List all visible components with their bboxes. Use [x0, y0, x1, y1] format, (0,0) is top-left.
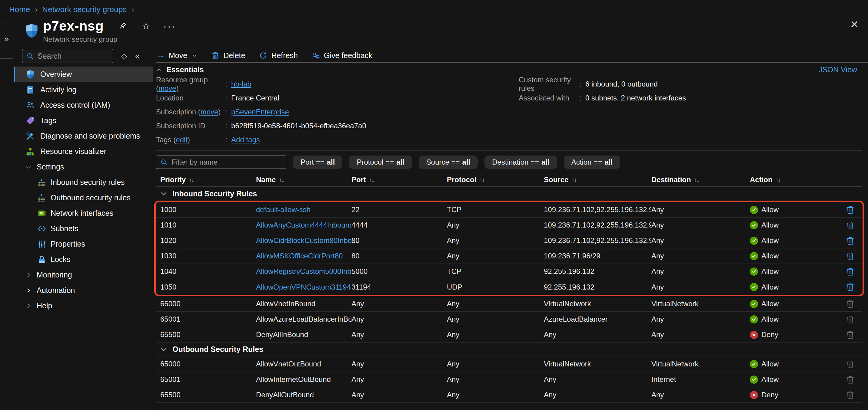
- column-header-action[interactable]: Action↑↓: [750, 175, 826, 184]
- collapse-menu-icon[interactable]: «: [135, 52, 140, 61]
- section-header-inbound-security-rules[interactable]: Inbound Security Rules: [156, 187, 862, 201]
- delete-rule-icon[interactable]: [845, 267, 855, 276]
- delete-rule-icon: [845, 330, 855, 340]
- breadcrumb-link-network-security-groups[interactable]: Network security groups: [42, 5, 127, 14]
- delete-rule-icon[interactable]: [845, 220, 855, 230]
- action-label: Allow: [762, 236, 779, 245]
- rule-row-denyallinbound: 65500DenyAllInBoundAnyAnyAnyAnyDeny: [156, 327, 862, 343]
- chevron-down-icon: [160, 346, 167, 353]
- sidebar-item-inbound-security-rules[interactable]: Inbound security rules: [13, 175, 153, 190]
- essentials-value-custom-security-rules: 6 inbound, 0 outbound: [585, 80, 658, 88]
- breadcrumb-separator-icon: ›: [131, 5, 134, 14]
- sidebar-item-outbound-security-rules[interactable]: Outbound security rules: [13, 190, 153, 205]
- cell-priority: 65001: [160, 315, 256, 323]
- cell-priority: 65500: [160, 390, 256, 399]
- delete-rule-icon[interactable]: [845, 251, 855, 261]
- cell-protocol: Any: [447, 390, 544, 399]
- column-label: Protocol: [447, 175, 476, 184]
- column-header-port[interactable]: Port↑↓: [351, 175, 447, 184]
- sidebar-item-automation[interactable]: Automation: [13, 283, 153, 298]
- toolbar-give-feedback-button[interactable]: Give feedback: [312, 51, 372, 60]
- rule-name-link[interactable]: AllowAnyCustom4444Inbound: [256, 221, 351, 229]
- filter-pill-protocol[interactable]: Protocol ==all: [349, 156, 412, 169]
- rule-name-link[interactable]: AllowMSKOfficeCidrPort80: [256, 252, 351, 260]
- section-header-outbound-security-rules[interactable]: Outbound Security Rules: [156, 343, 862, 356]
- toolbar-refresh-button[interactable]: Refresh: [259, 51, 298, 60]
- delete-rule-icon[interactable]: [845, 236, 855, 245]
- rule-name-link[interactable]: default-allow-ssh: [256, 205, 351, 214]
- main-area: ◇ « OverviewActivity logAccess control (…: [13, 48, 868, 410]
- sidebar-item-network-interfaces[interactable]: Network interfaces: [13, 205, 153, 221]
- sidebar-item-overview[interactable]: Overview: [13, 67, 153, 82]
- favorite-star-icon[interactable]: ☆: [141, 21, 151, 31]
- action-label: Allow: [762, 267, 779, 276]
- sidebar-item-properties[interactable]: Properties: [13, 236, 153, 252]
- column-header-destination[interactable]: Destination↑↓: [651, 175, 750, 184]
- cell-delete: [840, 282, 862, 292]
- column-header-priority[interactable]: Priority↑↓: [160, 175, 256, 184]
- chevron-right-icon: [25, 272, 32, 278]
- close-blade-icon[interactable]: ×: [850, 18, 858, 31]
- delete-rule-icon[interactable]: [845, 282, 855, 292]
- essentials-value-subscription[interactable]: pSevenEnterprise: [231, 108, 289, 116]
- delete-rule-icon[interactable]: [845, 205, 855, 214]
- dock-icon[interactable]: ◇: [121, 52, 127, 61]
- column-header-protocol[interactable]: Protocol↑↓: [447, 175, 544, 184]
- breadcrumb-link-home[interactable]: Home: [9, 5, 30, 14]
- filter-pill-action[interactable]: Action ==all: [564, 156, 620, 169]
- chevron-down-icon: [160, 190, 167, 198]
- cell-priority: 1040: [160, 267, 256, 276]
- sidebar-item-monitoring[interactable]: Monitoring: [13, 267, 153, 283]
- search-icon: [160, 158, 168, 166]
- more-options-icon[interactable]: ···: [165, 21, 175, 31]
- filter-pill-port[interactable]: Port ==all: [293, 156, 342, 169]
- essentials-row-location: Location:France Central: [156, 91, 519, 105]
- filter-by-name-input[interactable]: [171, 158, 282, 167]
- essentials-right-column: Custom security rules:6 inbound, 0 outbo…: [519, 77, 686, 147]
- cell-delete: [840, 267, 862, 276]
- toolbar-move-button[interactable]: →Move: [157, 51, 197, 60]
- sidebar-item-activity-log[interactable]: Activity log: [13, 82, 153, 97]
- allow-status-icon: [750, 315, 758, 323]
- rule-name-link[interactable]: AllowCidrBlockCustom80Inbound: [256, 236, 351, 245]
- filter-pill-source[interactable]: Source ==all: [419, 156, 478, 169]
- pin-icon[interactable]: [118, 21, 127, 31]
- json-view-link[interactable]: JSON View: [818, 65, 857, 74]
- essentials-value-resource-group[interactable]: hb-lab: [231, 80, 251, 88]
- cell-source: 109.236.71.96/29: [544, 252, 651, 260]
- sidebar-item-resource-visualizer[interactable]: Resource visualizer: [13, 144, 153, 159]
- pill-field: Source ==: [426, 158, 460, 166]
- column-label: Port: [351, 175, 366, 184]
- essentials-value-tags[interactable]: Add tags: [231, 136, 260, 144]
- cell-source: 109.236.71.102,92.255.196.132,9…: [544, 205, 651, 214]
- cell-port: 80: [351, 236, 447, 245]
- essentials-value-subscription-id: b628f519-0e58-4601-b054-efbea36ea7a0: [231, 122, 366, 130]
- essentials-row-associated-with: Associated with:0 subnets, 2 network int…: [519, 91, 686, 105]
- sidebar-item-locks[interactable]: Locks: [13, 252, 153, 267]
- column-header-source[interactable]: Source↑↓: [544, 175, 651, 184]
- column-header-name[interactable]: Name↑↓: [256, 175, 351, 184]
- visualizer-icon: [26, 147, 35, 156]
- sidebar-item-access-control-iam[interactable]: Access control (IAM): [13, 97, 153, 113]
- sidebar-item-help[interactable]: Help: [13, 298, 153, 313]
- cell-destination: Any: [651, 221, 750, 229]
- toolbar-delete-button[interactable]: Delete: [211, 51, 245, 60]
- sidebar-item-settings[interactable]: Settings: [13, 159, 153, 175]
- collapsed-blade-rail[interactable]: »: [0, 19, 13, 59]
- sidebar-item-tags[interactable]: Tags: [13, 113, 153, 128]
- sidebar-item-diagnose-and-solve-problems[interactable]: Diagnose and solve problems: [13, 128, 153, 144]
- tags-edit-link[interactable]: edit: [176, 136, 188, 144]
- cell-action: Deny: [750, 390, 826, 399]
- sidebar-search-input[interactable]: [37, 52, 109, 61]
- rule-name-link[interactable]: AllowRegistryCustom5000Inbou…: [256, 267, 351, 276]
- expand-blade-icon[interactable]: »: [4, 34, 9, 43]
- deny-status-icon: [750, 391, 758, 399]
- essentials-label: Subscription ID: [156, 122, 225, 130]
- essentials-toggle[interactable]: Essentials: [156, 65, 204, 74]
- filter-pill-destination[interactable]: Destination ==all: [485, 156, 557, 169]
- subscription-move-link[interactable]: move: [200, 108, 218, 116]
- sidebar-item-subnets[interactable]: Subnets: [13, 221, 153, 236]
- action-label: Allow: [762, 221, 779, 229]
- cell-action: Allow: [750, 221, 826, 229]
- rule-name-link[interactable]: AllowOpenVPNCustom31194In…: [256, 283, 351, 292]
